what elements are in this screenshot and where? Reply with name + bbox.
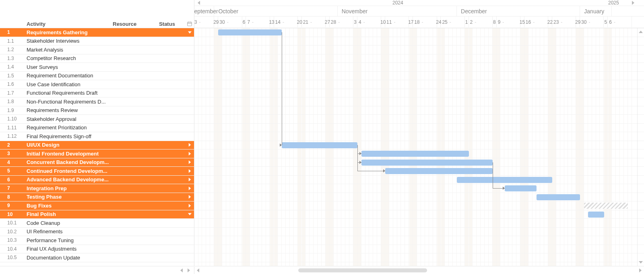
gantt-bar[interactable] xyxy=(218,29,282,35)
timeline-row[interactable] xyxy=(194,80,644,89)
gantt-bar[interactable] xyxy=(584,203,628,209)
week-cell[interactable]: 30- xyxy=(580,17,604,27)
timeline-row[interactable] xyxy=(194,46,644,54)
task-group-row[interactable]: 5Continued Frontend Developm... xyxy=(0,167,194,176)
scroll-left-button[interactable] xyxy=(194,267,202,274)
week-cell[interactable]: 7- xyxy=(246,17,270,27)
week-cell[interactable]: 20 xyxy=(298,17,302,27)
week-cell[interactable]: 9- xyxy=(497,17,520,27)
task-group-row[interactable]: 7Integration Prep xyxy=(0,184,194,193)
task-group-row[interactable]: 3Initial Frontend Development xyxy=(0,149,194,158)
task-group-row[interactable]: 1Requirements Gathering xyxy=(0,28,194,37)
gantt-bar[interactable] xyxy=(588,212,604,218)
gantt-bar[interactable] xyxy=(361,160,493,166)
timeline-body[interactable] xyxy=(194,28,644,266)
task-row[interactable]: 10.1Code Cleanup xyxy=(0,219,194,228)
timeline-row[interactable] xyxy=(194,132,644,141)
task-row[interactable]: 1.7Functional Requirements Draft xyxy=(0,89,194,98)
expand-toggle[interactable] xyxy=(185,195,194,199)
week-cell[interactable]: 14- xyxy=(274,17,298,27)
task-row[interactable]: 1.9Requirements Review xyxy=(0,106,194,115)
task-row[interactable]: 1.12Final Requirements Sign-off xyxy=(0,132,194,141)
month-cell[interactable]: December xyxy=(457,6,580,16)
week-cell[interactable]: 29 xyxy=(576,17,580,27)
week-cell[interactable]: 30- xyxy=(218,17,242,27)
timeline-row[interactable] xyxy=(194,89,644,98)
scroll-right-button[interactable] xyxy=(185,267,192,274)
expand-toggle[interactable] xyxy=(185,31,194,34)
task-row[interactable]: 1.8Non-Functional Requirements D... xyxy=(0,98,194,106)
week-cell[interactable]: 18- xyxy=(413,17,437,27)
timeline-row[interactable] xyxy=(194,72,644,81)
task-group-row[interactable]: 2UI/UX Design xyxy=(0,141,194,150)
scroll-thumb[interactable] xyxy=(298,268,427,272)
expand-toggle[interactable] xyxy=(185,204,194,208)
calendar-button[interactable] xyxy=(185,21,194,27)
week-cell[interactable]: 3 xyxy=(353,17,357,27)
gantt-bar[interactable] xyxy=(282,142,357,148)
gantt-bar[interactable] xyxy=(457,177,552,183)
scroll-down-button[interactable] xyxy=(637,259,644,266)
timeline-row[interactable] xyxy=(194,210,644,219)
timeline-row[interactable] xyxy=(194,124,644,133)
col-resource[interactable]: Resource xyxy=(113,21,149,27)
timeline-row[interactable] xyxy=(194,228,644,237)
timeline-row[interactable] xyxy=(194,253,644,262)
task-row[interactable]: 1.6Use Case Identification xyxy=(0,80,194,89)
task-row[interactable]: 1.4User Surveys xyxy=(0,63,194,72)
week-cell[interactable]: 2- xyxy=(469,17,493,27)
expand-toggle[interactable] xyxy=(185,152,194,156)
week-cell[interactable]: 5 xyxy=(604,17,608,27)
week-cell[interactable]: 23- xyxy=(194,17,214,27)
task-row[interactable]: 1.2Market Analysis xyxy=(0,46,194,54)
task-row[interactable]: 1.5Requirement Documentation xyxy=(0,72,194,81)
week-cell[interactable]: 25- xyxy=(441,17,464,27)
task-row[interactable]: 10.4Final UX Adjustments xyxy=(0,245,194,254)
timeline-row[interactable] xyxy=(194,106,644,115)
task-group-row[interactable]: 8Testing Phase xyxy=(0,193,194,202)
week-cell[interactable]: 15 xyxy=(520,17,524,27)
week-cell[interactable]: 6 xyxy=(242,17,246,27)
task-row[interactable]: 1.1Stakeholder Interviews xyxy=(0,37,194,46)
timeline-row[interactable] xyxy=(194,193,644,202)
timeline-row[interactable] xyxy=(194,63,644,72)
week-cell[interactable]: 21- xyxy=(302,17,326,27)
timeline-row[interactable] xyxy=(194,184,644,193)
expand-toggle[interactable] xyxy=(185,169,194,173)
timeline-row[interactable] xyxy=(194,149,644,158)
week-cell[interactable]: 17 xyxy=(409,17,413,27)
week-cell[interactable]: 4- xyxy=(357,17,381,27)
week-cell[interactable]: 10 xyxy=(381,17,385,27)
timeline-row[interactable] xyxy=(194,167,644,176)
week-cell[interactable]: 13 xyxy=(270,17,274,27)
timeline-row[interactable] xyxy=(194,141,644,150)
scroll-right-button[interactable] xyxy=(637,267,644,274)
scroll-up-button[interactable] xyxy=(637,28,644,35)
task-row[interactable]: 1.3Competitor Research xyxy=(0,54,194,63)
week-cell[interactable]: 1 xyxy=(465,17,469,27)
expand-toggle[interactable] xyxy=(185,187,194,190)
expand-toggle[interactable] xyxy=(185,160,194,164)
week-cell[interactable]: 23- xyxy=(552,17,576,27)
timeline-row[interactable] xyxy=(194,28,644,37)
timeline-row[interactable] xyxy=(194,236,644,245)
task-group-row[interactable]: 10Final Polish xyxy=(0,210,194,219)
expand-toggle[interactable] xyxy=(185,212,194,216)
gantt-bar[interactable] xyxy=(385,168,493,174)
week-cell[interactable]: 16- xyxy=(524,17,548,27)
expand-toggle[interactable] xyxy=(185,178,194,181)
timeline-row[interactable] xyxy=(194,37,644,46)
gantt-bar[interactable] xyxy=(361,151,469,157)
gantt-bar[interactable] xyxy=(537,194,580,200)
timeline-row[interactable] xyxy=(194,158,644,167)
timeline-row[interactable] xyxy=(194,201,644,210)
week-cell[interactable]: 11- xyxy=(385,17,409,27)
timeline-row[interactable] xyxy=(194,54,644,63)
month-cell[interactable]: October xyxy=(214,6,337,16)
task-group-row[interactable]: 4Concurrent Backend Developm... xyxy=(0,158,194,167)
task-row[interactable]: 10.3Performance Tuning xyxy=(0,236,194,245)
timeline-row[interactable] xyxy=(194,115,644,124)
task-row[interactable]: 10.2UI Refinements xyxy=(0,228,194,237)
task-row[interactable]: 1.10Stakeholder Approval xyxy=(0,115,194,124)
week-cell[interactable]: 6- xyxy=(608,17,632,27)
